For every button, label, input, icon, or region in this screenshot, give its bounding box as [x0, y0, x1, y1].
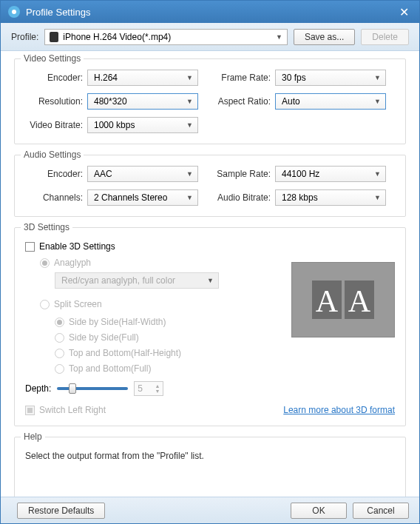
- device-icon: [50, 32, 58, 42]
- aspect-ratio-value: Auto: [282, 96, 374, 107]
- video-encoder-select[interactable]: H.264 ▼: [87, 70, 198, 86]
- slider-thumb[interactable]: [69, 383, 76, 394]
- sample-rate-label: Sample Rate:: [213, 169, 271, 179]
- channels-select[interactable]: 2 Channels Stereo ▼: [87, 189, 198, 206]
- profile-select[interactable]: iPhone H.264 Video(*.mp4) ▼: [44, 29, 288, 45]
- split-screen-label: Split Screen: [54, 299, 102, 309]
- window-title: Profile Settings: [26, 7, 396, 18]
- anaglyph-value: Red/cyan anaglyph, full color: [61, 275, 207, 286]
- switch-left-right-label: Switch Left Right: [39, 405, 106, 415]
- svg-text:A: A: [316, 284, 339, 318]
- chevron-down-icon: ▼: [374, 74, 381, 81]
- tb-full-radio: [55, 364, 64, 374]
- audio-settings-legend: Audio Settings: [21, 150, 84, 160]
- three-d-preview: A A: [291, 262, 395, 337]
- save-as-button[interactable]: Save as...: [294, 29, 355, 45]
- depth-value: 5: [138, 383, 143, 394]
- chevron-down-icon: ▼: [207, 277, 214, 284]
- frame-rate-select[interactable]: 30 fps ▼: [275, 70, 386, 86]
- spinner-arrows-icon: ▲▼: [155, 383, 160, 394]
- sbs-half-radio: [55, 318, 64, 327]
- audio-bitrate-label: Audio Bitrate:: [213, 192, 271, 203]
- chevron-down-icon: ▼: [186, 121, 193, 129]
- resolution-select[interactable]: 480*320 ▼: [87, 93, 198, 110]
- profile-label: Profile:: [11, 32, 38, 42]
- depth-slider[interactable]: [57, 387, 128, 390]
- anaglyph-label: Anaglyph: [54, 258, 91, 268]
- video-encoder-value: H.264: [94, 73, 186, 83]
- audio-settings-fieldset: Audio Settings Encoder: AAC ▼ Channels: …: [14, 155, 406, 217]
- video-settings-legend: Video Settings: [21, 53, 84, 64]
- help-legend: Help: [21, 431, 45, 442]
- sbs-full-label: Side by Side(Full): [69, 332, 139, 343]
- enable-3d-checkbox[interactable]: [25, 242, 35, 252]
- three-d-settings-legend: 3D Settings: [21, 222, 72, 232]
- chevron-down-icon: ▼: [186, 98, 193, 105]
- frame-rate-label: Frame Rate:: [213, 73, 271, 83]
- sample-rate-value: 44100 Hz: [282, 169, 374, 179]
- restore-defaults-button[interactable]: Restore Defaults: [17, 503, 105, 519]
- enable-3d-label: Enable 3D Settings: [39, 241, 115, 252]
- ok-button[interactable]: OK: [291, 503, 347, 519]
- sbs-full-radio: [55, 333, 64, 343]
- footer-bar: Restore Defaults OK Cancel: [1, 497, 419, 523]
- encoder-label: Encoder:: [25, 73, 83, 83]
- tb-half-radio: [55, 349, 64, 358]
- profile-bar: Profile: iPhone H.264 Video(*.mp4) ▼ Sav…: [1, 23, 419, 51]
- anaglyph-radio: [40, 258, 50, 268]
- anaglyph-select: Red/cyan anaglyph, full color ▼: [55, 272, 219, 289]
- audio-encoder-select[interactable]: AAC ▼: [87, 166, 198, 182]
- tb-half-label: Top and Bottom(Half-Height): [69, 348, 181, 358]
- switch-left-right-checkbox: [25, 406, 35, 415]
- video-settings-fieldset: Video Settings Encoder: H.264 ▼ Resoluti…: [14, 58, 406, 144]
- split-screen-radio: [40, 300, 50, 309]
- video-bitrate-label: Video Bitrate:: [25, 120, 83, 130]
- learn-more-link[interactable]: Learn more about 3D format: [283, 405, 395, 415]
- channels-value: 2 Channels Stereo: [94, 192, 186, 203]
- audio-bitrate-value: 128 kbps: [282, 192, 374, 203]
- chevron-down-icon: ▼: [186, 194, 193, 201]
- sample-rate-select[interactable]: 44100 Hz ▼: [275, 166, 386, 182]
- chevron-down-icon: ▼: [374, 98, 381, 105]
- content-area: Video Settings Encoder: H.264 ▼ Resoluti…: [1, 51, 419, 497]
- chevron-down-icon: ▼: [374, 170, 381, 178]
- three-d-settings-fieldset: 3D Settings Enable 3D Settings Anaglyph …: [14, 227, 406, 426]
- frame-rate-value: 30 fps: [282, 73, 374, 83]
- profile-settings-window: Profile Settings ✕ Profile: iPhone H.264…: [0, 0, 420, 524]
- help-text: Select the output format from the "Profi…: [25, 451, 395, 461]
- audio-encoder-value: AAC: [94, 169, 186, 179]
- depth-label: Depth:: [25, 383, 51, 394]
- titlebar: Profile Settings ✕: [1, 1, 419, 23]
- chevron-down-icon: ▼: [374, 194, 381, 201]
- aspect-ratio-label: Aspect Ratio:: [213, 96, 271, 107]
- audio-bitrate-select[interactable]: 128 kbps ▼: [275, 189, 386, 206]
- aspect-ratio-select[interactable]: Auto ▼: [275, 93, 386, 110]
- video-bitrate-value: 1000 kbps: [94, 120, 186, 130]
- chevron-down-icon: ▼: [276, 33, 282, 41]
- delete-button: Delete: [361, 29, 409, 45]
- chevron-down-icon: ▼: [186, 74, 193, 81]
- audio-encoder-label: Encoder:: [25, 169, 83, 179]
- resolution-value: 480*320: [94, 96, 186, 107]
- tb-full-label: Top and Bottom(Full): [69, 363, 151, 374]
- depth-spinner: 5 ▲▼: [134, 381, 163, 396]
- sbs-half-label: Side by Side(Half-Width): [69, 317, 166, 327]
- video-bitrate-select[interactable]: 1000 kbps ▼: [87, 117, 198, 133]
- profile-select-value: iPhone H.264 Video(*.mp4): [63, 32, 276, 42]
- app-icon: [8, 6, 20, 18]
- cancel-button[interactable]: Cancel: [353, 503, 409, 519]
- chevron-down-icon: ▼: [186, 170, 193, 178]
- svg-text:A: A: [348, 284, 371, 318]
- resolution-label: Resolution:: [25, 96, 83, 107]
- channels-label: Channels:: [25, 192, 83, 203]
- close-icon[interactable]: ✕: [396, 5, 412, 19]
- help-fieldset: Help Select the output format from the "…: [14, 437, 406, 497]
